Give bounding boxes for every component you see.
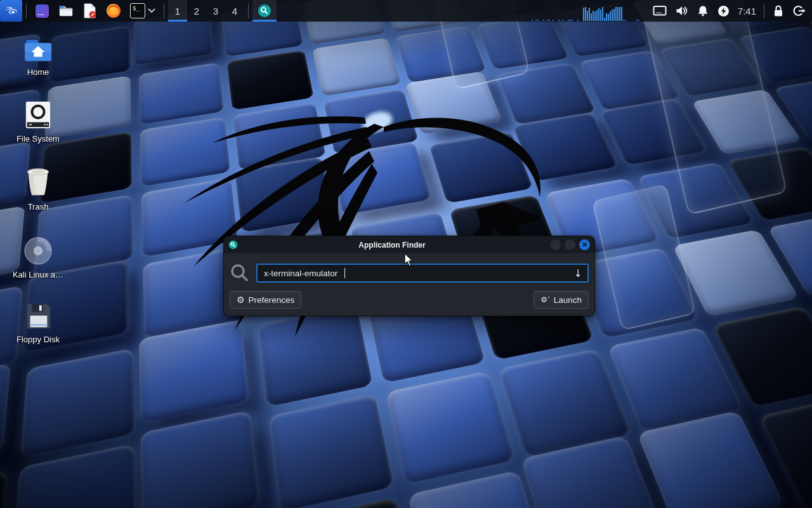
workspace-button-3[interactable]: 3 <box>206 0 225 22</box>
launch-gear-icon: ⚙ʼ <box>540 296 550 304</box>
panel-separator <box>764 3 764 18</box>
clock[interactable]: 7:41 <box>734 6 760 17</box>
file-manager-icon <box>58 4 74 18</box>
kali-dragon-logo <box>159 38 590 368</box>
wallpaper-cube <box>268 394 394 508</box>
gear-icon: ⚙ <box>237 295 245 304</box>
desktop-icon-trash[interactable]: Trash <box>10 167 66 211</box>
speaker-icon <box>676 5 688 17</box>
panel-separator <box>26 3 27 18</box>
maximize-button[interactable] <box>565 239 575 250</box>
power-icon <box>717 5 730 17</box>
text-editor-icon <box>82 3 97 18</box>
desktop-icon-label: Kali Linux a… <box>13 270 63 279</box>
qterminal-launcher[interactable] <box>30 0 54 22</box>
text-caret <box>344 268 345 278</box>
bell-icon <box>697 5 709 17</box>
wallpaper-cube <box>20 349 134 457</box>
volume-button[interactable] <box>671 0 693 22</box>
desktop-icon-kali-cd[interactable]: Kali Linux a… <box>10 236 66 279</box>
desktop-icon-floppy-disk[interactable]: Floppy Disk <box>10 302 66 344</box>
trash-can-icon <box>23 167 53 197</box>
terminal-launcher-dropdown[interactable] <box>147 0 160 22</box>
chevron-down-icon <box>148 8 155 13</box>
top-panel: $_ 1 2 3 4 <box>0 0 812 22</box>
titlebar[interactable]: Application Finder ✕ <box>224 236 594 253</box>
kali-logo-icon <box>4 3 19 18</box>
terminal-launcher[interactable]: $_ <box>126 0 147 22</box>
panel-separator <box>248 3 249 18</box>
cdrom-disc-icon <box>23 236 53 265</box>
desktop-icon-home[interactable]: Home <box>10 39 66 77</box>
wallpaper-cube <box>140 410 260 508</box>
wallpaper-cube <box>0 470 8 508</box>
qterminal-icon <box>35 4 49 18</box>
terminal-icon: $_ <box>130 3 145 18</box>
application-finder-window: Application Finder ✕ x-terminal-emulator… <box>223 236 595 316</box>
hard-drive-icon <box>24 100 52 130</box>
launch-button[interactable]: ⚙ʼ Launch <box>534 291 589 309</box>
search-icon <box>230 263 250 283</box>
taskbar-app-finder-button[interactable] <box>252 0 277 22</box>
tray-display-icon-button[interactable] <box>648 0 671 22</box>
app-finder-icon <box>258 4 272 18</box>
power-manager-button[interactable] <box>713 0 734 22</box>
window-app-icon <box>228 240 238 250</box>
desktop-icon-label: Trash <box>28 202 49 211</box>
firefox-launcher[interactable] <box>102 0 126 22</box>
floppy-disk-icon <box>24 302 52 330</box>
wallpaper-cube <box>386 371 515 484</box>
file-manager-launcher[interactable] <box>54 0 78 22</box>
close-icon: ✕ <box>582 241 587 248</box>
logout-icon <box>793 5 806 17</box>
lock-screen-button[interactable] <box>768 0 789 22</box>
logout-button[interactable] <box>789 0 812 22</box>
window-title: Application Finder <box>238 241 546 250</box>
system-monitor-graph[interactable] <box>532 0 645 22</box>
minimize-button[interactable] <box>550 239 561 250</box>
display-icon <box>653 5 667 17</box>
home-folder-icon <box>23 39 53 63</box>
desktop-icon-file-system[interactable]: File System <box>10 100 66 144</box>
desktop-icon-label: Home <box>27 67 49 77</box>
panel-separator <box>164 3 164 18</box>
search-input[interactable]: x-terminal-emulator ↓ <box>256 264 589 283</box>
workspace-button-4[interactable]: 4 <box>225 0 244 22</box>
workspace-button-1[interactable]: 1 <box>168 0 187 22</box>
lock-icon <box>773 4 784 17</box>
dropdown-arrow-icon[interactable]: ↓ <box>574 267 582 279</box>
applications-menu-button[interactable] <box>0 0 22 22</box>
text-editor-launcher[interactable] <box>78 0 102 22</box>
firefox-icon <box>106 3 121 18</box>
workspace-button-2[interactable]: 2 <box>187 0 206 22</box>
mouse-cursor <box>404 253 414 268</box>
wallpaper-cube <box>0 363 11 475</box>
close-button[interactable]: ✕ <box>579 239 590 250</box>
search-input-value: x-terminal-emulator <box>264 269 337 278</box>
preferences-button[interactable]: ⚙ Preferences <box>230 291 301 309</box>
notifications-button[interactable] <box>693 0 713 22</box>
desktop-icon-label: Floppy Disk <box>16 335 60 344</box>
desktop-icon-label: File System <box>16 134 60 144</box>
